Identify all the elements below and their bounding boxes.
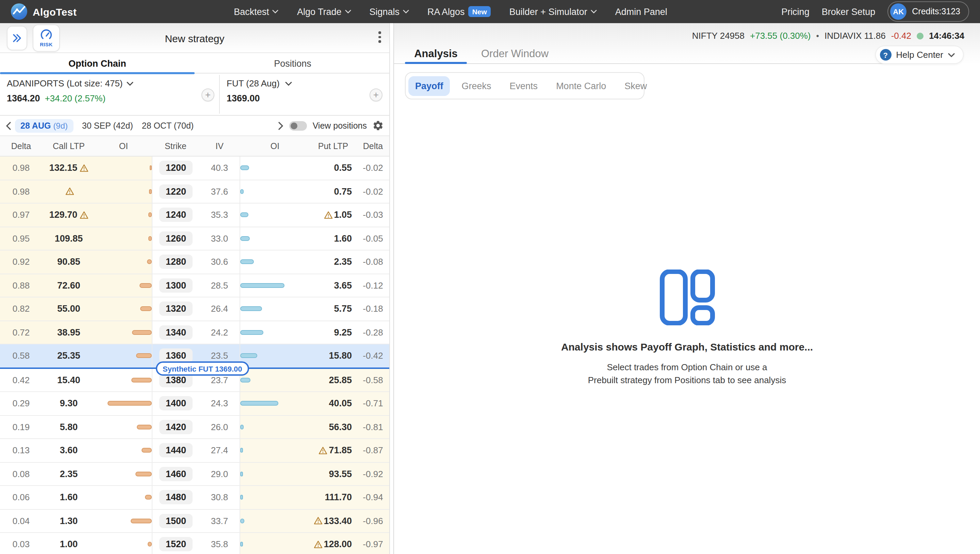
nav-broker-setup[interactable]: Broker Setup bbox=[822, 6, 875, 17]
put-delta: -0.58 bbox=[356, 369, 389, 392]
put-ltp[interactable]: 111.70 bbox=[310, 486, 356, 509]
put-ltp[interactable]: 71.85 bbox=[310, 439, 356, 462]
empty-state-subtext: Select trades from Option Chain or use a… bbox=[588, 361, 786, 387]
call-oi-bar bbox=[95, 392, 152, 415]
put-ltp[interactable]: 2.35 bbox=[310, 250, 356, 273]
strike[interactable]: 1260 bbox=[152, 227, 199, 250]
put-ltp[interactable]: 25.85 bbox=[310, 369, 356, 392]
strike[interactable]: 1320 bbox=[152, 298, 199, 320]
add-instrument-button[interactable]: + bbox=[202, 89, 215, 102]
strike[interactable]: 1200 bbox=[152, 156, 199, 179]
subtab-payoff[interactable]: Payoff bbox=[408, 76, 450, 96]
instrument-selector[interactable]: ADANIPORTS (Lot size: 475) bbox=[7, 78, 134, 89]
call-ltp[interactable]: 38.95 bbox=[42, 321, 95, 344]
strike[interactable]: 1340 bbox=[152, 321, 199, 344]
call-ltp[interactable] bbox=[42, 180, 95, 203]
call-delta: 0.92 bbox=[0, 250, 42, 273]
put-oi-bar bbox=[240, 274, 310, 297]
put-ltp[interactable]: 0.55 bbox=[310, 156, 356, 179]
call-ltp[interactable]: 90.85 bbox=[42, 250, 95, 273]
tab-positions[interactable]: Positions bbox=[195, 53, 390, 73]
expiry-28aug[interactable]: 28 AUG (9d) bbox=[15, 119, 73, 132]
put-ltp[interactable]: 15.80 bbox=[310, 344, 356, 367]
call-oi-bar bbox=[95, 227, 152, 250]
subtab-monte-carlo[interactable]: Monte Carlo bbox=[549, 76, 613, 96]
help-center-button[interactable]: ? Help Center bbox=[875, 46, 964, 64]
instrument-change: +34.20 (2.57%) bbox=[45, 93, 106, 103]
call-ltp[interactable]: 1.30 bbox=[42, 509, 95, 532]
nav-item-ra-algos[interactable]: RA AlgosNew bbox=[427, 6, 491, 17]
put-delta: -0.05 bbox=[356, 227, 389, 250]
call-delta: 0.13 bbox=[0, 439, 42, 462]
call-ltp[interactable]: 9.30 bbox=[42, 392, 95, 415]
call-ltp[interactable]: 1.00 bbox=[42, 533, 95, 554]
strike[interactable]: 1280 bbox=[152, 250, 199, 273]
view-positions-toggle[interactable] bbox=[290, 121, 307, 131]
option-chain-row: 0.08 2.35 1460 29.0 93.55 -0.92 bbox=[0, 462, 389, 486]
iv: 26.0 bbox=[199, 416, 240, 438]
avatar[interactable]: AK bbox=[890, 3, 907, 20]
more-menu-icon[interactable] bbox=[379, 31, 381, 43]
subtab-events[interactable]: Events bbox=[503, 76, 545, 96]
put-ltp[interactable]: 5.75 bbox=[310, 298, 356, 320]
call-ltp[interactable]: 109.85 bbox=[42, 227, 95, 250]
tab-option-chain[interactable]: Option Chain bbox=[0, 53, 195, 73]
put-ltp[interactable]: 3.65 bbox=[310, 274, 356, 297]
credits-pill[interactable]: AK Credits:3123 bbox=[888, 2, 969, 22]
add-future-button[interactable]: + bbox=[369, 89, 382, 102]
strike[interactable]: 1480 bbox=[152, 486, 199, 509]
subtab-greeks[interactable]: Greeks bbox=[455, 76, 498, 96]
call-ltp[interactable]: 72.60 bbox=[42, 274, 95, 297]
put-ltp[interactable]: 128.00 bbox=[310, 533, 356, 554]
strike[interactable]: 1240 bbox=[152, 204, 199, 226]
nav-item-admin-panel[interactable]: Admin Panel bbox=[615, 6, 667, 17]
put-ltp[interactable]: 1.05 bbox=[310, 204, 356, 226]
tab-order-window[interactable]: Order Window bbox=[481, 48, 549, 60]
call-ltp[interactable]: 15.40 bbox=[42, 369, 95, 392]
call-ltp[interactable]: 132.15 bbox=[42, 156, 95, 179]
option-chain-row: 0.03 1.00 1520 35.8 128.00 -0.97 bbox=[0, 533, 389, 554]
brand[interactable]: AlgoTest bbox=[11, 3, 120, 20]
iv: 35.3 bbox=[199, 204, 240, 226]
subtab-skew[interactable]: Skew bbox=[617, 76, 654, 96]
expiry-30sep[interactable]: 30 SEP (42d) bbox=[82, 121, 133, 131]
nav-item-builder-simulator[interactable]: Builder + Simulator bbox=[509, 6, 597, 17]
call-ltp[interactable]: 2.35 bbox=[42, 462, 95, 485]
put-ltp[interactable]: 56.30 bbox=[310, 416, 356, 438]
future-selector[interactable]: FUT (28 Aug) bbox=[227, 78, 292, 89]
call-ltp[interactable]: 25.35 bbox=[42, 344, 95, 367]
strike[interactable]: 1400 bbox=[152, 392, 199, 415]
put-ltp[interactable]: 1.60 bbox=[310, 227, 356, 250]
strike[interactable]: 1520 bbox=[152, 533, 199, 554]
put-ltp[interactable]: 133.40 bbox=[310, 509, 356, 532]
call-ltp[interactable]: 3.60 bbox=[42, 439, 95, 462]
expiry-28oct[interactable]: 28 OCT (70d) bbox=[142, 121, 194, 131]
put-ltp[interactable]: 40.05 bbox=[310, 392, 356, 415]
tab-analysis[interactable]: Analysis bbox=[405, 48, 467, 60]
put-ltp[interactable]: 93.55 bbox=[310, 462, 356, 485]
nav-pricing[interactable]: Pricing bbox=[781, 6, 810, 17]
call-ltp[interactable]: 1.60 bbox=[42, 486, 95, 509]
call-ltp[interactable]: 5.80 bbox=[42, 416, 95, 438]
nav-item-backtest[interactable]: Backtest bbox=[234, 6, 279, 17]
settings-gear-icon[interactable] bbox=[372, 120, 384, 131]
chevron-down-icon bbox=[127, 81, 134, 85]
nav-item-algo-trade[interactable]: Algo Trade bbox=[297, 6, 351, 17]
strike[interactable]: 1420 bbox=[152, 416, 199, 438]
call-ltp[interactable]: 129.70 bbox=[42, 204, 95, 226]
expiry-prev-icon[interactable] bbox=[5, 121, 11, 130]
chevron-down-icon bbox=[948, 53, 955, 57]
call-ltp[interactable]: 55.00 bbox=[42, 298, 95, 320]
expiry-next-icon[interactable] bbox=[279, 121, 284, 130]
nav-item-signals[interactable]: Signals bbox=[369, 6, 409, 17]
strike[interactable]: 1220 bbox=[152, 180, 199, 203]
strike[interactable]: 1300 bbox=[152, 274, 199, 297]
warning-icon bbox=[79, 164, 88, 172]
put-ltp[interactable]: 0.75 bbox=[310, 180, 356, 203]
strike[interactable]: 1460 bbox=[152, 462, 199, 485]
iv: 29.0 bbox=[199, 462, 240, 485]
chevron-down-icon bbox=[403, 10, 409, 14]
put-ltp[interactable]: 9.25 bbox=[310, 321, 356, 344]
strike[interactable]: 1500 bbox=[152, 509, 199, 532]
strike[interactable]: 1440 bbox=[152, 439, 199, 462]
